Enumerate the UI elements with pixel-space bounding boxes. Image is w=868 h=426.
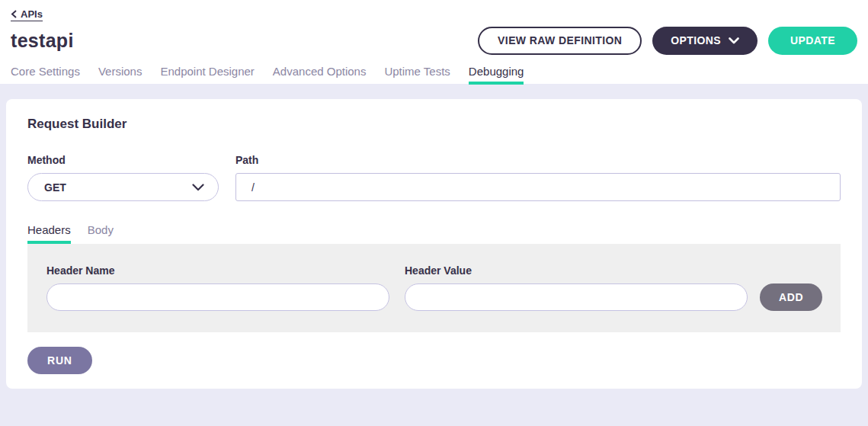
update-button[interactable]: UPDATE [768,27,857,55]
tab-headers[interactable]: Headers [27,223,71,244]
header-actions: VIEW RAW DEFINITION OPTIONS UPDATE [478,27,857,55]
header-name-group: Header Name [46,264,389,311]
tab-uptime-tests[interactable]: Uptime Tests [384,65,450,85]
request-sub-tabs: Headers Body [27,223,841,244]
title-row: testapi VIEW RAW DEFINITION OPTIONS UPDA… [11,26,857,55]
header-value-group: Header Value [405,264,748,311]
view-raw-definition-button[interactable]: VIEW RAW DEFINITION [478,27,642,55]
header-name-label: Header Name [46,264,389,277]
header-value-input[interactable] [405,283,748,311]
add-header-label: ADD [779,291,803,303]
tab-endpoint-designer[interactable]: Endpoint Designer [160,65,254,85]
headers-panel: Header Name Header Value ADD [27,244,841,332]
options-button[interactable]: OPTIONS [652,27,757,55]
breadcrumb-label: APIs [21,8,43,20]
main-content: Request Builder Method GET Path Headers … [0,84,868,389]
method-field-group: Method GET [27,154,219,201]
method-selected-value: GET [44,181,66,194]
chevron-down-icon [729,34,739,46]
update-label: UPDATE [790,34,835,46]
top-bar: APIs testapi VIEW RAW DEFINITION OPTIONS… [0,0,868,84]
path-field-group: Path [235,154,841,201]
request-builder-title: Request Builder [27,117,841,132]
tab-versions[interactable]: Versions [98,65,143,85]
chevron-left-icon [11,10,18,18]
chevron-down-icon [192,181,204,194]
page-title: testapi [11,30,74,52]
run-label: RUN [47,354,72,367]
run-button[interactable]: RUN [27,347,92,374]
breadcrumb-back-link[interactable]: APIs [11,8,43,21]
header-name-input[interactable] [46,283,389,311]
view-raw-definition-label: VIEW RAW DEFINITION [498,34,622,46]
method-label: Method [27,154,219,166]
tab-advanced-options[interactable]: Advanced Options [273,65,367,85]
path-input[interactable] [235,173,841,201]
method-select[interactable]: GET [27,173,219,201]
method-path-row: Method GET Path [27,154,841,201]
add-header-button[interactable]: ADD [760,283,822,311]
header-value-label: Header Value [405,264,748,277]
nav-tabs: Core Settings Versions Endpoint Designer… [11,65,857,85]
options-label: OPTIONS [671,34,721,46]
tab-core-settings[interactable]: Core Settings [11,65,80,85]
request-builder-card: Request Builder Method GET Path Headers … [6,99,862,389]
tab-debugging[interactable]: Debugging [469,65,524,85]
path-label: Path [235,154,841,166]
tab-body[interactable]: Body [88,223,114,244]
